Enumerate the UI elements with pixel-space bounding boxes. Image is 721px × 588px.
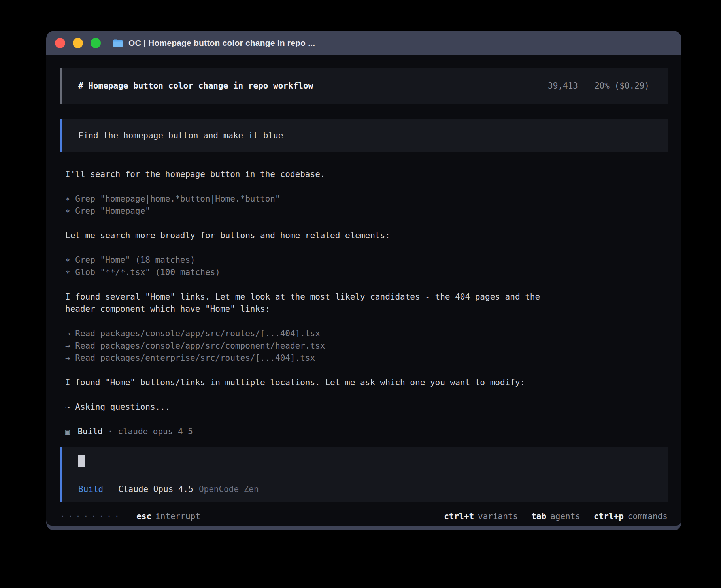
tool-call-read: → Read packages/enterprise/src/routes/[.… (65, 352, 563, 364)
hint-commands: ctrl+pcommands (594, 511, 668, 522)
agent-status: ▣ Build · claude-opus-4-5 (65, 426, 668, 438)
text-cursor (78, 455, 85, 467)
session-header: # Homepage button color change in repo w… (60, 68, 668, 104)
agent-name: Build (77, 426, 102, 438)
tool-call-read: → Read packages/console/app/src/routes/[… (65, 328, 563, 340)
user-message-text: Find the homepage button and make it blu… (78, 131, 283, 140)
folder-icon (113, 39, 123, 48)
session-stats: 39,413 20% ($0.29) (548, 81, 649, 90)
assistant-text: I found several "Home" links. Let me loo… (65, 291, 563, 315)
close-button[interactable] (55, 38, 65, 48)
status-bar-right: ctrl+tvariants tabagents ctrl+pcommands (444, 511, 668, 522)
key-ctrl-t: ctrl+t (444, 512, 474, 521)
assistant-text: I found "Home" buttons/links in multiple… (65, 377, 563, 389)
hint-agents-label: agents (550, 512, 580, 521)
tool-call-grep: ∗ Grep "Homepage" (65, 205, 563, 217)
hint-variants: ctrl+tvariants (444, 511, 518, 522)
assistant-text: I'll search for the homepage button in t… (65, 168, 563, 181)
model-row: Build Claude Opus 4.5 OpenCode Zen (78, 484, 651, 494)
window-title: OC | Homepage button color change in rep… (128, 38, 315, 48)
agent-mode-label[interactable]: Build (78, 484, 103, 494)
agent-model: claude-opus-4-5 (118, 426, 193, 438)
tool-call-glob: ∗ Glob "**/*.tsx" (100 matches) (65, 266, 563, 279)
hint-interrupt: escinterrupt (136, 511, 200, 522)
window-titlebar[interactable]: OC | Homepage button color change in rep… (46, 31, 681, 55)
prompt-input[interactable]: Build Claude Opus 4.5 OpenCode Zen (60, 447, 668, 502)
hint-interrupt-label: interrupt (155, 512, 200, 521)
hint-commands-label: commands (628, 512, 668, 521)
minimize-button[interactable] (73, 38, 83, 48)
tool-call-grep: ∗ Grep "homepage|home.*button|Home.*butt… (65, 193, 563, 205)
key-ctrl-p: ctrl+p (594, 512, 624, 521)
status-bar-left: ········ escinterrupt (60, 511, 200, 522)
assistant-status-text: ~ Asking questions... (65, 401, 563, 413)
context-usage: 20% ($0.29) (595, 81, 649, 90)
assistant-text: Let me search more broadly for buttons a… (65, 230, 563, 242)
key-tab: tab (531, 512, 546, 521)
title-area: OC | Homepage button color change in rep… (113, 38, 315, 48)
session-title: # Homepage button color change in repo w… (78, 81, 313, 90)
agent-icon: ▣ (65, 426, 70, 438)
key-esc: esc (136, 512, 151, 521)
tool-call-grep: ∗ Grep "Home" (18 matches) (65, 254, 563, 266)
traffic-lights (55, 38, 101, 48)
terminal-content: # Homepage button color change in repo w… (46, 55, 681, 526)
token-count: 39,413 (548, 81, 578, 90)
terminal-window: OC | Homepage button color change in rep… (46, 31, 681, 530)
status-bar: ········ escinterrupt ctrl+tvariants tab… (60, 511, 668, 522)
hint-variants-label: variants (478, 512, 518, 521)
spinner-dots: ········ (60, 511, 122, 522)
provider-label: OpenCode Zen (199, 484, 259, 494)
tool-call-read: → Read packages/console/app/src/componen… (65, 340, 563, 352)
zoom-button[interactable] (91, 38, 101, 48)
assistant-transcript: I'll search for the homepage button in t… (65, 168, 668, 413)
model-label: Claude Opus 4.5 (118, 484, 193, 494)
user-message: Find the homepage button and make it blu… (60, 119, 668, 152)
separator-dot: · (108, 426, 113, 438)
hint-agents: tabagents (531, 511, 580, 522)
